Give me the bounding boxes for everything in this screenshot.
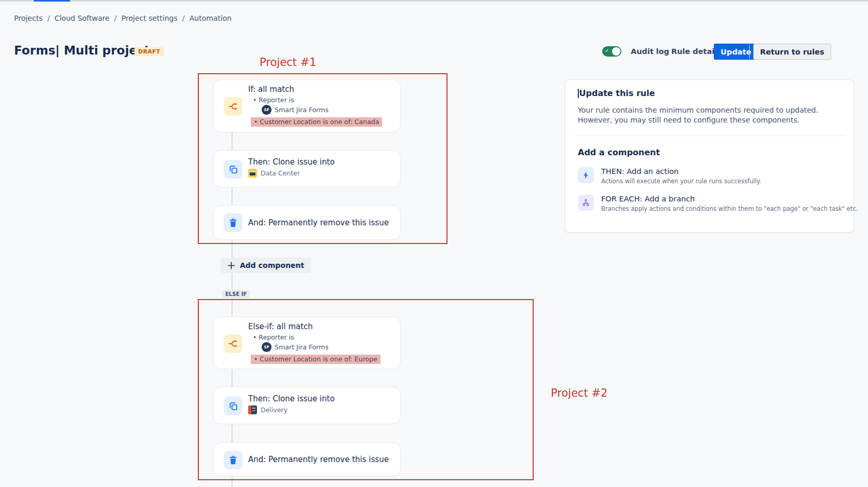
- trash-icon: [224, 213, 242, 232]
- return-to-rules-button[interactable]: Return to rules: [753, 44, 831, 60]
- toolbar-divider: [749, 45, 750, 59]
- add-component-label: Add component: [240, 261, 304, 269]
- automation-rule-builder: Projects / Cloud Software / Project sett…: [0, 0, 868, 487]
- and-card-title: And: Permanently remove this issue: [248, 206, 389, 239]
- update-button[interactable]: Update: [714, 44, 758, 60]
- top-strip: [0, 0, 868, 2]
- add-component-button[interactable]: Add component: [221, 258, 311, 273]
- target-project-name: Delivery: [261, 406, 288, 414]
- add-action-option[interactable]: THEN: Add an action Actions will execute…: [578, 167, 841, 185]
- add-action-title: THEN: Add an action: [601, 167, 761, 175]
- elseif-condition-location: • Customer Location is one of: Europe: [251, 354, 381, 363]
- condition-branch-icon: [224, 334, 242, 353]
- add-branch-option[interactable]: FOR EACH: Add a branch Branches apply ac…: [578, 195, 841, 212]
- then-clone-card-2[interactable]: Then: Clone issue into Delivery: [213, 387, 401, 424]
- clone-icon: [224, 160, 242, 179]
- branch-hierarchy-icon: [578, 195, 594, 211]
- then-card-title: Then: Clone issue into: [248, 394, 335, 403]
- if-condition-card[interactable]: If: all match • Reporter is SF Smart Jir…: [213, 79, 401, 132]
- highlighted-condition: • Customer Location is one of: Canada: [251, 117, 382, 127]
- add-a-component-heading: Add a component: [578, 147, 841, 157]
- and-remove-card-2[interactable]: And: Permanently remove this issue: [213, 442, 401, 477]
- then-card-title: Then: Clone issue into: [248, 157, 335, 167]
- project1-annotation-label: Project #1: [260, 56, 316, 69]
- toggle-knob: [612, 47, 620, 56]
- lightning-icon: [578, 167, 594, 183]
- breadcrumb-project-settings[interactable]: Project settings: [121, 14, 178, 22]
- reporter-name: Smart Jira Forms: [275, 343, 329, 351]
- rule-enabled-toggle[interactable]: ✓: [602, 46, 621, 57]
- plus-icon: [227, 262, 235, 269]
- and-card-title: And: Permanently remove this issue: [248, 443, 389, 476]
- then-clone-card-1[interactable]: Then: Clone issue into Data Center: [213, 150, 401, 187]
- clone-icon: [224, 397, 242, 415]
- add-branch-title: FOR EACH: Add a branch: [601, 195, 858, 203]
- reporter-row: SF Smart Jira Forms: [262, 342, 381, 352]
- top-tab-indicator: [34, 0, 70, 2]
- panel-description: Your rule contains the minimum component…: [578, 105, 826, 125]
- breadcrumb-projects[interactable]: Projects: [14, 14, 43, 22]
- target-project-row: Delivery: [248, 405, 335, 414]
- draft-status-badge: DRAFT: [134, 47, 164, 56]
- if-card-body: If: all match • Reporter is SF Smart Jir…: [248, 85, 382, 126]
- toggle-check-icon: ✓: [605, 48, 609, 53]
- else-if-chip: ELSE IF: [222, 290, 250, 298]
- breadcrumb-separator: /: [182, 14, 185, 22]
- if-condition-location: • Customer Location is one of: Canada: [251, 116, 382, 126]
- condition-branch-icon: [224, 97, 242, 116]
- then-card-body: Then: Clone issue into Delivery: [248, 394, 335, 414]
- then-card-body: Then: Clone issue into Data Center: [248, 157, 335, 178]
- trash-icon: [224, 451, 242, 469]
- delivery-project-icon: [248, 405, 257, 414]
- reporter-avatar: SF: [262, 342, 272, 352]
- reporter-name: Smart Jira Forms: [275, 106, 329, 114]
- add-branch-text: FOR EACH: Add a branch Branches apply ac…: [601, 195, 858, 212]
- breadcrumb-separator: /: [47, 14, 50, 22]
- panel-divider: [574, 136, 845, 136]
- data-center-project-icon: [248, 169, 257, 178]
- add-branch-description: Branches apply actions and conditions wi…: [601, 205, 858, 212]
- breadcrumb-cloud-software[interactable]: Cloud Software: [55, 14, 110, 22]
- elseif-condition-reporter: • Reporter is: [253, 333, 381, 341]
- and-remove-card-1[interactable]: And: Permanently remove this issue: [213, 205, 401, 240]
- add-action-description: Actions will execute when your rule runs…: [601, 178, 761, 185]
- breadcrumb-separator: /: [114, 14, 117, 22]
- elseif-condition-card[interactable]: Else-if: all match • Reporter is SF Smar…: [213, 317, 401, 369]
- breadcrumb-automation[interactable]: Automation: [189, 14, 232, 22]
- text-cursor: [578, 89, 579, 98]
- breadcrumb: Projects / Cloud Software / Project sett…: [14, 14, 232, 22]
- elseif-card-title: Else-if: all match: [248, 322, 381, 331]
- highlighted-condition: • Customer Location is one of: Europe: [251, 355, 381, 364]
- elseif-card-body: Else-if: all match • Reporter is SF Smar…: [248, 322, 381, 363]
- panel-heading-text: Update this rule: [579, 88, 655, 98]
- target-project-row: Data Center: [248, 169, 335, 178]
- audit-log-button[interactable]: Audit log: [631, 44, 669, 59]
- project2-annotation-label: Project #2: [551, 387, 607, 399]
- target-project-name: Data Center: [261, 169, 300, 177]
- reporter-avatar: SF: [262, 105, 272, 115]
- add-action-text: THEN: Add an action Actions will execute…: [601, 167, 761, 185]
- if-condition-reporter: • Reporter is: [253, 96, 382, 104]
- update-rule-panel: Update this rule Your rule contains the …: [565, 79, 854, 233]
- reporter-row: SF Smart Jira Forms: [262, 105, 382, 115]
- if-card-title: If: all match: [248, 85, 382, 94]
- panel-heading: Update this rule: [578, 88, 841, 98]
